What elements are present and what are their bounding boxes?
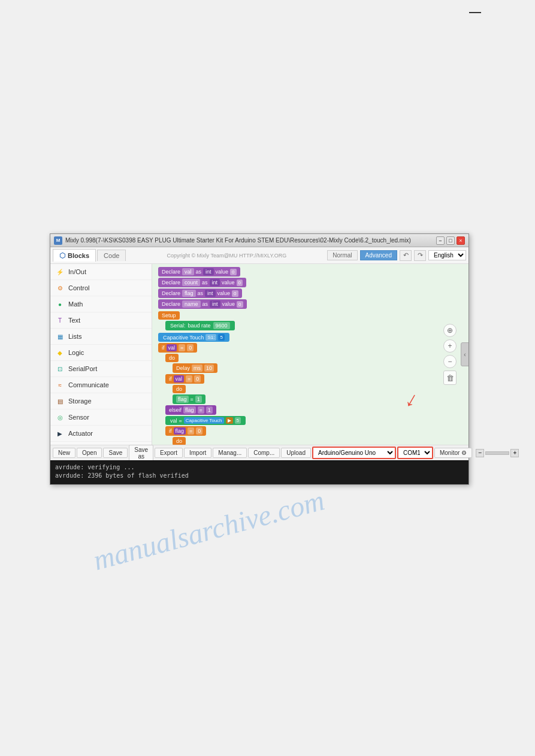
monitor-button[interactable]: Monitor ⚙ [434, 448, 472, 458]
window-frame: M Mixly 0.998(7-\KS\KS0398 EASY PLUG Ult… [50, 233, 469, 485]
undo-button[interactable]: ↶ [400, 250, 412, 261]
console-area: avrdude: verifying ... avrdude: 2396 byt… [50, 460, 468, 484]
sidebar-label-communicate: Communicate [68, 381, 109, 388]
open-button[interactable]: Open [77, 448, 102, 458]
flag-set-block[interactable]: flag = 1 [173, 394, 205, 404]
copyright-text: Copyright © Mixly Team@MU HTTP://MIXLY.O… [127, 253, 326, 259]
trash-button[interactable]: 🗑 [443, 371, 457, 385]
control-icon: ⚙ [55, 283, 65, 293]
do-block-1[interactable]: do [165, 354, 179, 362]
inout-icon: ⚡ [55, 267, 65, 277]
sidebar-label-serialport: SerialPort [68, 365, 97, 372]
minimize-decoration [469, 12, 481, 13]
logic-icon: ◆ [55, 348, 65, 357]
setup-block[interactable]: Setup [158, 311, 180, 320]
do-block-3[interactable]: do [173, 437, 186, 445]
console-line-2: avrdude: 2396 bytes of flash verified [55, 472, 464, 480]
monitor-label: Monitor [440, 450, 460, 456]
declare-count-block[interactable]: Declare count as int value 0 [158, 278, 246, 287]
zoom-in-button[interactable]: + [443, 339, 457, 353]
title-bar: M Mixly 0.998(7-\KS\KS0398 EASY PLUG Ult… [50, 234, 468, 247]
sidebar-label-math: Math [68, 300, 83, 308]
language-select[interactable]: English [428, 250, 466, 260]
maximize-button[interactable]: □ [446, 236, 455, 245]
sidebar-item-actuator[interactable]: ▶ Actuator [50, 426, 152, 442]
delay-block[interactable]: Delay ms 10 [173, 363, 217, 373]
sidebar-item-communicate[interactable]: ≈ Communicate [50, 377, 152, 393]
watermark: manualsarchive.com [90, 484, 328, 577]
port-select[interactable]: COM10 [397, 447, 433, 459]
text-icon: T [55, 315, 65, 325]
sidebar-label-lists: Lists [68, 333, 82, 340]
save-as-button[interactable]: Save as [129, 445, 153, 462]
save-button[interactable]: Save [103, 448, 128, 458]
if-flag-block[interactable]: if flag = 0 [165, 426, 206, 436]
declare-name-block[interactable]: Declare name as int value 0 [158, 299, 247, 309]
normal-mode-button[interactable]: Normal [327, 250, 357, 260]
new-button[interactable]: New [53, 448, 75, 458]
speed-control: − + [476, 449, 519, 457]
board-select[interactable]: Arduino/Genuino Uno [312, 447, 396, 459]
sidebar-item-serialport[interactable]: ⊡ SerialPort [50, 361, 152, 377]
redo-button[interactable]: ↷ [414, 250, 426, 261]
sidebar-label-actuator: Actuator [68, 430, 93, 437]
sidebar-label-control: Control [68, 284, 89, 292]
math-icon: ● [55, 299, 65, 309]
window-title: Mixly 0.998(7-\KS\KS0398 EASY PLUG Ultim… [65, 237, 436, 244]
speed-increase-button[interactable]: + [510, 449, 519, 457]
sidebar-label-storage: Storage [68, 397, 92, 405]
sidebar-item-logic[interactable]: ◆ Logic [50, 345, 152, 361]
sidebar-item-inout[interactable]: ⚡ In/Out [50, 264, 152, 280]
upload-button[interactable]: Upload [281, 448, 311, 458]
advanced-mode-button[interactable]: Advanced [360, 250, 397, 260]
tab-blocks[interactable]: ⬡ Blocks [53, 249, 96, 262]
monitor-settings-icon: ⚙ [461, 450, 467, 456]
declare-val-block[interactable]: Declare val as int value 0 [158, 267, 240, 277]
main-loop-group: Capacitive Touch S1: 5 if val = 0 do [158, 333, 457, 445]
blocks-icon: ⬡ [59, 251, 65, 260]
sidebar-item-control[interactable]: ⚙ Control [50, 280, 152, 296]
app-icon-letter: M [56, 238, 61, 243]
toolbar-right: Normal Advanced ↶ ↷ English [327, 250, 466, 261]
storage-icon: ▤ [55, 396, 65, 406]
window-controls: − □ × [436, 236, 465, 245]
export-button[interactable]: Export [155, 448, 183, 458]
zoom-controls: ⊕ + − 🗑 [443, 324, 457, 385]
blocks-canvas-area: Declare val as int value 0 Declare count… [152, 264, 468, 445]
speed-decrease-button[interactable]: − [476, 449, 484, 457]
cap-touch-block-2[interactable]: val = Capacitive Touch ▶ 5 [165, 416, 246, 425]
zoom-out-button[interactable]: − [443, 355, 457, 368]
application-window: M Mixly 0.998(7-\KS\KS0398 EASY PLUG Ult… [50, 233, 469, 485]
setup-block-group: Setup Serial: baud rate 9600 [158, 311, 457, 330]
declare-blocks-group: Declare val as int value 0 Declare count… [158, 267, 457, 309]
actuator-icon: ▶ [55, 429, 65, 438]
sidebar-label-logic: Logic [68, 349, 84, 356]
tab-code-label: Code [104, 252, 119, 259]
navigate-button[interactable]: ⊕ [443, 324, 457, 337]
sidebar-label-sensor: Sensor [68, 414, 89, 421]
elseif-block[interactable]: elseif flag = 1 [165, 405, 216, 415]
lists-icon: ▦ [55, 332, 65, 341]
compile-button[interactable]: Comp... [248, 448, 280, 458]
sidebar-item-math[interactable]: ● Math [50, 296, 152, 312]
close-button[interactable]: × [457, 236, 465, 245]
sidebar-item-sensor[interactable]: ◎ Sensor [50, 409, 152, 426]
declare-flag-block[interactable]: Declare flag as int value 0 [158, 289, 242, 298]
toolbar: ⬡ Blocks Code Copyright © Mixly Team@MU … [50, 247, 468, 264]
console-line-1: avrdude: verifying ... [55, 463, 464, 472]
sidebar-item-text[interactable]: T Text [50, 312, 152, 329]
do-block-2[interactable]: do [173, 385, 186, 393]
communicate-icon: ≈ [55, 380, 65, 390]
if-block-1[interactable]: if val = 0 [158, 343, 197, 353]
tab-code[interactable]: Code [97, 250, 126, 261]
minimize-button[interactable]: − [436, 236, 445, 245]
sidebar-item-lists[interactable]: ▦ Lists [50, 329, 152, 345]
manage-button[interactable]: Manag... [213, 448, 247, 458]
if-block-2[interactable]: if val = 0 [165, 374, 204, 384]
serial-baud-block[interactable]: Serial: baud rate 9600 [165, 321, 235, 330]
import-button[interactable]: Import [184, 448, 211, 458]
bottom-toolbar: New Open Save Save as Export Import Mana… [50, 445, 468, 460]
expand-sidebar-button[interactable]: ‹ [461, 342, 468, 366]
capacitive-touch-block[interactable]: Capacitive Touch S1: 5 [158, 333, 229, 342]
sidebar-item-storage[interactable]: ▤ Storage [50, 393, 152, 409]
